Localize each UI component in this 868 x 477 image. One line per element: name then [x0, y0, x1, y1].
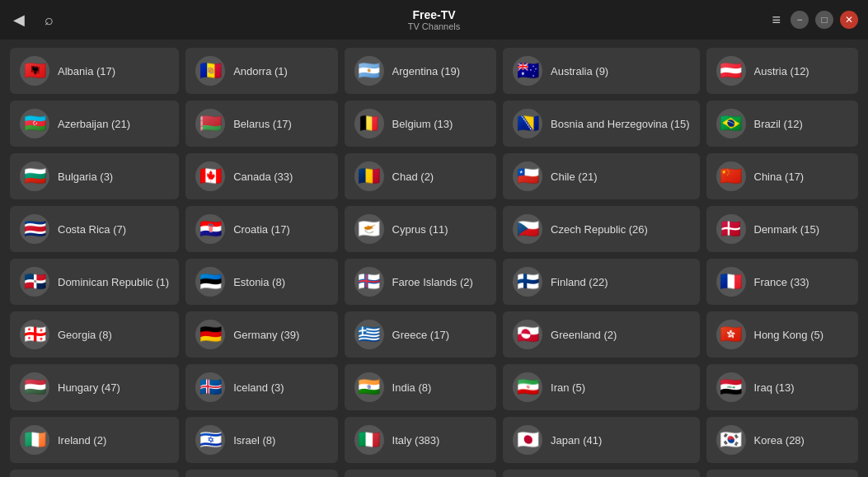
country-flag: 🇦🇱	[20, 56, 49, 86]
country-card[interactable]: 🇮🇳India (8)	[345, 364, 497, 410]
country-card[interactable]: 🇯🇵Japan (41)	[503, 417, 699, 463]
app-title: Free-TV	[408, 8, 461, 22]
country-card[interactable]: 🇫🇴Faroe Islands (2)	[345, 259, 497, 305]
back-button[interactable]: ◀	[10, 7, 28, 32]
country-card[interactable]: 🇦🇱Albania (17)	[10, 48, 179, 94]
country-card[interactable]: 🇦🇷Argentina (19)	[345, 48, 497, 94]
country-card[interactable]: 🇨🇦Canada (33)	[185, 153, 337, 199]
country-card[interactable]: 🇩🇪Germany (39)	[185, 311, 337, 358]
country-name: Italy (383)	[392, 434, 440, 447]
country-name: Japan (41)	[551, 434, 602, 447]
country-name: Faroe Islands (2)	[392, 276, 473, 288]
country-name: Bulgaria (3)	[58, 171, 113, 183]
minimize-button[interactable]: −	[791, 11, 809, 29]
country-card[interactable]: 🇦🇿Azerbaijan (21)	[10, 101, 179, 147]
country-flag: 🇫🇷	[716, 267, 746, 297]
country-flag: 🇨🇱	[513, 161, 542, 191]
country-card[interactable]: 🇧🇪Belgium (13)	[345, 101, 497, 147]
maximize-button[interactable]: □	[815, 11, 833, 29]
country-card[interactable]: 🇨🇱Chile (21)	[503, 153, 699, 199]
country-name: China (17)	[754, 171, 805, 183]
country-card[interactable]: 🇧🇦Bosnia and Herzegovina (15)	[503, 101, 699, 147]
country-name: Austria (12)	[754, 65, 809, 77]
country-flag: 🇧🇦	[513, 109, 542, 138]
country-name: Chile (21)	[551, 171, 597, 183]
country-card[interactable]: 🇨🇷Costa Rica (7)	[10, 206, 179, 252]
titlebar: ◀ ⌕ Free-TV TV Channels ≡ − □ ✕	[0, 0, 868, 40]
country-card[interactable]: 🇩🇴Dominican Republic (1)	[10, 259, 179, 305]
menu-button[interactable]: ≡	[768, 8, 784, 32]
country-card[interactable]: 🇰🇷Korea (28)	[706, 417, 859, 463]
country-card[interactable]: 🇬🇱Greenland (2)	[503, 311, 699, 358]
country-name: Finland (22)	[551, 276, 608, 288]
country-card[interactable]: 🇨🇾Cyprus (11)	[345, 206, 497, 252]
country-card[interactable]: 🇧🇬Bulgaria (3)	[10, 153, 179, 199]
country-card[interactable]: 🇽🇰Kosovo (4)	[10, 470, 179, 477]
country-card[interactable]: 🇧🇾Belarus (17)	[185, 101, 337, 147]
country-flag: 🇮🇸	[195, 372, 225, 402]
country-flag: 🇮🇹	[354, 425, 384, 455]
country-name: Greece (17)	[392, 329, 449, 341]
country-card[interactable]: 🇬🇪Georgia (8)	[10, 311, 179, 358]
country-card[interactable]: 🇨🇳China (17)	[706, 153, 859, 199]
country-flag: 🇭🇰	[716, 320, 746, 349]
country-card[interactable]: 🇦🇺Australia (9)	[503, 48, 699, 94]
country-card[interactable]: 🇮🇹Italy (383)	[345, 417, 497, 463]
country-card[interactable]: 🇭🇰Hong Kong (5)	[706, 311, 859, 358]
close-button[interactable]: ✕	[840, 11, 858, 29]
country-card[interactable]: 🇮🇶Iraq (13)	[706, 364, 859, 410]
country-flag: 🇦🇷	[354, 56, 384, 86]
country-card[interactable]: 🇹🇩Chad (2)	[345, 153, 497, 199]
country-flag: 🇧🇾	[195, 109, 225, 138]
titlebar-center: Free-TV TV Channels	[408, 8, 461, 32]
country-flag: 🇮🇪	[20, 425, 49, 455]
country-card[interactable]: 🇱🇻Latvia (7)	[185, 470, 337, 477]
country-name: Costa Rica (7)	[58, 223, 126, 236]
country-flag: 🇮🇷	[513, 372, 542, 402]
country-name: India (8)	[392, 381, 432, 394]
country-flag: 🇮🇶	[716, 372, 746, 402]
country-flag: 🇧🇷	[716, 109, 746, 138]
country-card[interactable]: 🇩🇰Denmark (15)	[706, 206, 859, 252]
country-name: Iran (5)	[551, 381, 585, 394]
country-card[interactable]: 🇱🇺Luxembourg (3)	[503, 470, 699, 477]
country-card[interactable]: 🇬🇷Greece (17)	[345, 311, 497, 358]
country-card[interactable]: 🇮🇸Iceland (3)	[185, 364, 337, 410]
country-flag: 🇦🇺	[513, 56, 542, 86]
country-name: Hungary (47)	[58, 381, 120, 394]
country-card[interactable]: 🇭🇷Croatia (17)	[185, 206, 337, 252]
country-card[interactable]: 🇭🇺Hungary (47)	[10, 364, 179, 410]
titlebar-left: ◀ ⌕	[10, 7, 57, 32]
country-name: Denmark (15)	[754, 223, 819, 236]
country-card[interactable]: 🇫🇷France (33)	[706, 259, 859, 305]
country-card[interactable]: 🇫🇮Finland (22)	[503, 259, 699, 305]
country-name: Estonia (8)	[233, 276, 285, 288]
country-name: Germany (39)	[233, 329, 299, 341]
country-name: Czech Republic (26)	[551, 223, 648, 236]
country-name: Georgia (8)	[58, 329, 112, 341]
country-card[interactable]: 🇮🇷Iran (5)	[503, 364, 699, 410]
country-flag: 🇮🇱	[195, 425, 225, 455]
country-card[interactable]: 🇮🇪Ireland (2)	[10, 417, 179, 463]
country-card[interactable]: 🇦🇩Andorra (1)	[185, 48, 337, 94]
search-button[interactable]: ⌕	[41, 8, 57, 32]
country-name: Israel (8)	[233, 434, 275, 447]
country-card[interactable]: 🇱🇹Lithuania (10)	[345, 470, 497, 477]
country-name: Canada (33)	[233, 171, 293, 183]
country-card[interactable]: 🇧🇷Brazil (12)	[706, 101, 859, 147]
country-flag: 🇨🇿	[513, 214, 542, 244]
country-flag: 🇫🇮	[513, 267, 542, 297]
country-card[interactable]: 🇮🇱Israel (8)	[185, 417, 337, 463]
app-subtitle: TV Channels	[408, 21, 461, 31]
country-name: Argentina (19)	[392, 65, 460, 77]
country-card[interactable]: 🇲🇴Macau (6)	[706, 470, 859, 477]
country-name: Greenland (2)	[551, 329, 617, 341]
country-name: France (33)	[754, 276, 809, 288]
country-flag: 🇨🇷	[20, 214, 49, 244]
country-name: Azerbaijan (21)	[58, 118, 130, 130]
country-card[interactable]: 🇦🇹Austria (12)	[706, 48, 859, 94]
country-card[interactable]: 🇨🇿Czech Republic (26)	[503, 206, 699, 252]
country-card[interactable]: 🇪🇪Estonia (8)	[185, 259, 337, 305]
country-name: Albania (17)	[58, 65, 115, 77]
content-area: 🇦🇱Albania (17)🇦🇩Andorra (1)🇦🇷Argentina (…	[0, 40, 868, 477]
